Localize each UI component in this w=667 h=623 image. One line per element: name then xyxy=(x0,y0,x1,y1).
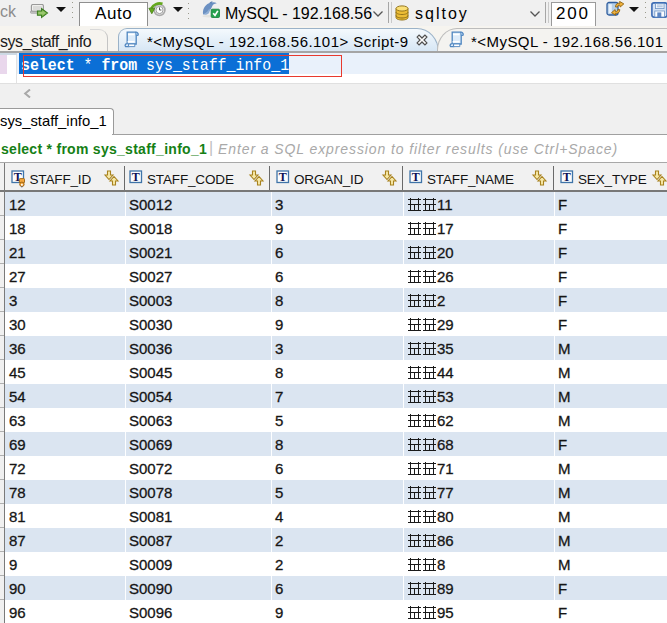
svg-text:T: T xyxy=(132,170,140,184)
svg-text:T: T xyxy=(279,170,287,184)
svg-text:T: T xyxy=(563,170,571,184)
svg-text:T: T xyxy=(412,170,420,184)
